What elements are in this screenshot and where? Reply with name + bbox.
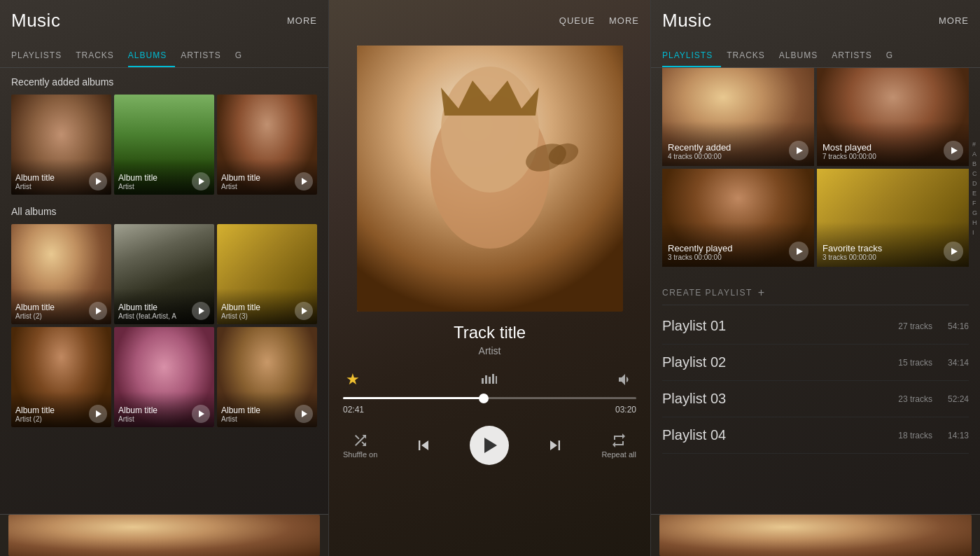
left-tabs: PLAYLISTS TRACKS ALBUMS ARTISTS G xyxy=(0,39,328,68)
playlist-card-title: Favorite tracks xyxy=(822,243,963,253)
playlist-play-button[interactable] xyxy=(944,141,963,160)
album-play-button[interactable] xyxy=(89,405,107,423)
album-card-5[interactable]: Album title Artist xyxy=(114,327,214,427)
favorite-button[interactable]: ★ xyxy=(346,370,360,389)
tab-playlists-right[interactable]: PLAYLISTS xyxy=(662,45,721,67)
right-title: Music xyxy=(662,10,711,32)
scroll-index-f[interactable]: F xyxy=(969,199,980,207)
album-card-recent-1[interactable]: Album title Artist xyxy=(11,95,111,195)
queue-button[interactable]: QUEUE xyxy=(559,15,595,26)
svg-rect-9 xyxy=(492,374,494,384)
tab-tracks-left[interactable]: TRACKS xyxy=(76,45,122,67)
tab-artists-right[interactable]: ARTISTS xyxy=(832,45,880,67)
album-card-3[interactable]: Album title Artist (3) xyxy=(217,224,317,324)
scroll-index-hash[interactable]: # xyxy=(969,140,980,148)
volume-icon[interactable] xyxy=(617,371,634,388)
playlist-card-meta: 3 tracks 00:00:00 xyxy=(668,253,808,261)
album-play-button[interactable] xyxy=(89,302,107,320)
shuffle-label: Shuffle on xyxy=(343,450,377,459)
tab-tracks-right[interactable]: TRACKS xyxy=(727,45,774,67)
scroll-index-b[interactable]: B xyxy=(969,160,980,168)
playlist-cards-grid: Recently added 4 tracks 00:00:00 Most pl… xyxy=(662,68,969,267)
playlist-card-most-played[interactable]: Most played 7 tracks 00:00:00 xyxy=(817,68,969,166)
playlist-card-favorites[interactable]: Favorite tracks 3 tracks 00:00:00 xyxy=(817,169,969,267)
repeat-label: Repeat all xyxy=(601,450,636,459)
album-play-button[interactable] xyxy=(295,405,313,423)
svg-rect-10 xyxy=(496,376,497,384)
center-header: QUEUE MORE xyxy=(329,0,650,39)
playlist-name: Playlist 04 xyxy=(662,427,898,443)
center-art-svg xyxy=(357,46,623,312)
tab-g-right[interactable]: G xyxy=(886,45,902,67)
play-button[interactable] xyxy=(470,426,509,465)
playlist-item-3[interactable]: Playlist 03 23 tracks 52:24 xyxy=(662,381,969,417)
playlist-card-recently-added[interactable]: Recently added 4 tracks 00:00:00 xyxy=(662,68,814,166)
tab-albums-left[interactable]: ALBUMS xyxy=(128,45,175,67)
create-playlist-button[interactable]: CREATE PLAYLIST + xyxy=(662,278,969,305)
album-play-button[interactable] xyxy=(192,172,210,190)
album-card-recent-2[interactable]: Album title Artist xyxy=(114,95,214,195)
time-current: 02:41 xyxy=(343,405,364,415)
repeat-icon[interactable] xyxy=(610,432,627,449)
time-total: 03:20 xyxy=(615,405,636,415)
playlist-play-button[interactable] xyxy=(944,242,963,261)
album-card-1[interactable]: Album title Artist (2) xyxy=(11,224,111,324)
tab-albums-right[interactable]: ALBUMS xyxy=(779,45,826,67)
svg-point-2 xyxy=(441,67,539,193)
playlist-item-1[interactable]: Playlist 01 27 tracks 54:16 xyxy=(662,308,969,345)
album-card-recent-3[interactable]: Album title Artist xyxy=(217,95,317,195)
playlist-card-title: Most played xyxy=(822,142,963,153)
right-header-actions: MORE xyxy=(939,15,969,26)
left-header: Music MORE xyxy=(0,0,328,39)
left-more-button[interactable]: MORE xyxy=(287,15,317,26)
playlist-play-button[interactable] xyxy=(789,141,808,160)
left-header-actions: MORE xyxy=(287,15,317,26)
tab-g-left[interactable]: G xyxy=(235,45,251,67)
album-card-6[interactable]: Album title Artist xyxy=(217,327,317,427)
left-mini-player: Track title Artist ⏮ ▶ ⏭ xyxy=(0,514,328,556)
center-more-button[interactable]: MORE xyxy=(609,15,639,26)
album-card-2[interactable]: Album title Artist (feat.Artist, A xyxy=(114,224,214,324)
playlist-item-4[interactable]: Playlist 04 18 tracks 14:13 xyxy=(662,417,969,454)
scroll-index: # A B C D E F G H I xyxy=(969,140,980,237)
create-playlist-label: CREATE PLAYLIST xyxy=(662,288,752,298)
left-title: Music xyxy=(11,10,60,32)
playlist-name: Playlist 03 xyxy=(662,391,898,407)
equalizer-icon[interactable] xyxy=(480,371,497,388)
progress-container[interactable] xyxy=(329,397,650,399)
center-art-bg xyxy=(357,46,623,312)
playlist-duration: 54:16 xyxy=(941,321,969,331)
left-panel: Music MORE PLAYLISTS TRACKS ALBUMS ARTIS… xyxy=(0,0,329,556)
next-track-button[interactable] xyxy=(545,436,565,455)
playlist-play-button[interactable] xyxy=(789,242,808,261)
scroll-index-h[interactable]: H xyxy=(969,218,980,227)
playlist-card-meta: 4 tracks 00:00:00 xyxy=(668,153,808,160)
scroll-index-a[interactable]: A xyxy=(969,150,980,158)
repeat-control: Repeat all xyxy=(601,432,636,459)
playlist-tracks: 23 tracks xyxy=(898,394,932,404)
progress-fill xyxy=(343,397,484,399)
tab-artists-left[interactable]: ARTISTS xyxy=(181,45,229,67)
playlist-tracks: 15 tracks xyxy=(898,358,932,368)
progress-bar[interactable] xyxy=(343,397,636,399)
playlist-item-2[interactable]: Playlist 02 15 tracks 34:14 xyxy=(662,345,969,381)
scroll-index-c[interactable]: C xyxy=(969,169,980,178)
album-play-button[interactable] xyxy=(295,302,313,320)
album-play-button[interactable] xyxy=(192,302,210,320)
right-more-button[interactable]: MORE xyxy=(939,15,969,26)
scroll-index-e[interactable]: E xyxy=(969,189,980,197)
track-info: Track title Artist xyxy=(329,323,650,356)
prev-track-button[interactable] xyxy=(414,436,433,455)
scroll-index-i[interactable]: I xyxy=(969,228,980,237)
album-play-button[interactable] xyxy=(89,172,107,190)
album-card-4[interactable]: Album title Artist (2) xyxy=(11,327,111,427)
scroll-index-d[interactable]: D xyxy=(969,179,980,188)
tab-playlists-left[interactable]: PLAYLISTS xyxy=(11,45,70,67)
scroll-index-g[interactable]: G xyxy=(969,209,980,217)
shuffle-icon[interactable] xyxy=(352,432,369,449)
shuffle-control: Shuffle on xyxy=(343,432,377,459)
svg-rect-8 xyxy=(489,377,491,384)
album-play-button[interactable] xyxy=(295,172,313,190)
playlist-card-recently-played[interactable]: Recently played 3 tracks 00:00:00 xyxy=(662,169,814,267)
album-play-button[interactable] xyxy=(192,405,210,423)
